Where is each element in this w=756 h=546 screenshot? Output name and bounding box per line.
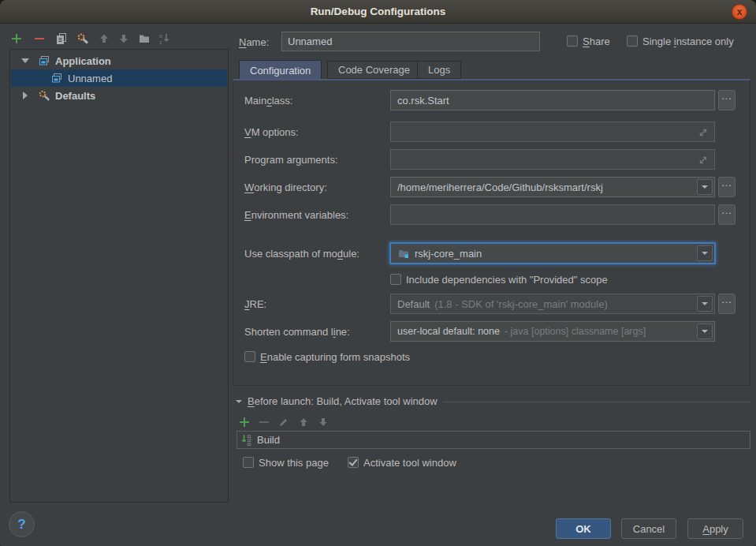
move-up-button[interactable] (97, 32, 111, 46)
edit-defaults-button[interactable] (76, 32, 90, 46)
before-launch-remove-button[interactable] (257, 415, 271, 429)
cancel-button[interactable]: Cancel (621, 518, 676, 539)
svg-text:01: 01 (248, 443, 252, 446)
section-collapse-icon[interactable] (236, 400, 242, 403)
apply-button[interactable]: Apply (687, 518, 743, 539)
dropdown-button[interactable] (697, 179, 713, 195)
tree-item-unnamed[interactable]: Unnamed (11, 69, 227, 87)
name-label: Name: (239, 32, 269, 52)
tab-logs[interactable]: Logs (417, 61, 461, 79)
titlebar[interactable]: Run/Debug Configurations x (0, 0, 756, 24)
use-classpath-value: rskj-core_main (415, 248, 482, 260)
sort-configurations-button[interactable]: a z (157, 32, 171, 46)
cancel-button-label: Cancel (633, 523, 665, 535)
working-directory-value: /home/meriherrera/Code/Github/rsksmart/r… (397, 181, 603, 193)
dropdown-button[interactable] (697, 296, 713, 312)
program-arguments-field[interactable] (390, 149, 715, 170)
single-instance-checkbox[interactable] (627, 36, 638, 47)
help-button[interactable]: ? (9, 511, 35, 537)
before-launch-item-build[interactable]: 01 10 01 Build (236, 431, 750, 449)
working-directory-label: Working directory: (244, 177, 327, 197)
ok-button-label: OK (575, 523, 591, 535)
tree-item-application[interactable]: Application (11, 52, 227, 69)
help-icon: ? (17, 517, 25, 533)
working-directory-browse-button[interactable]: ... (718, 177, 736, 197)
apply-button-label: Apply (702, 523, 728, 535)
ok-button[interactable]: OK (556, 518, 611, 539)
include-provided-checkbox[interactable] (390, 274, 401, 285)
vm-options-label: VM options: (244, 122, 299, 142)
close-button[interactable]: x (732, 4, 747, 20)
main-class-field[interactable]: co.rsk.Start (390, 90, 715, 110)
shorten-command-line-combo[interactable]: user-local default: none - java [options… (390, 321, 715, 342)
svg-text:a: a (159, 33, 162, 39)
move-down-button[interactable] (117, 32, 131, 46)
remove-configuration-button[interactable] (32, 32, 47, 46)
before-launch-move-up-button[interactable] (296, 415, 311, 429)
ellipsis-icon: ... (721, 178, 732, 189)
chevron-down-icon (702, 330, 708, 333)
arrow-down-icon (318, 417, 329, 428)
build-icon: 01 10 01 (241, 434, 253, 446)
share-checkbox[interactable] (567, 36, 578, 47)
defaults-wrench-icon (38, 89, 50, 102)
shorten-value-detail: - java [options] classname [args] (505, 326, 646, 337)
svg-text:z: z (159, 39, 162, 45)
show-this-page-checkbox[interactable] (243, 457, 254, 468)
ellipsis-icon: ... (721, 91, 732, 102)
main-class-browse-button[interactable]: ... (718, 90, 736, 110)
chevron-down-icon (702, 185, 708, 189)
minus-icon (259, 417, 270, 428)
expand-field-icon[interactable] (697, 154, 709, 169)
tree-item-label: Defaults (55, 90, 95, 102)
name-input[interactable] (281, 32, 540, 51)
arrow-up-icon (298, 417, 309, 428)
copy-configuration-button[interactable] (54, 32, 69, 46)
collapsed-arrow-icon[interactable] (23, 92, 28, 99)
tab-code-coverage[interactable]: Code Coverage (327, 61, 421, 79)
application-icon (38, 54, 50, 67)
arrow-down-icon (117, 32, 130, 45)
dropdown-button[interactable] (697, 245, 713, 261)
before-launch-move-down-button[interactable] (316, 415, 330, 429)
create-folder-button[interactable] (137, 32, 151, 46)
close-icon: x (737, 7, 743, 17)
share-label: Share (583, 36, 610, 48)
jre-browse-button[interactable]: ... (718, 294, 736, 314)
main-class-value: co.rsk.Start (397, 95, 449, 107)
run-debug-configurations-dialog: Run/Debug Configurations x a (0, 0, 756, 546)
activate-tool-window-label: Activate tool window (363, 457, 456, 469)
module-icon (397, 247, 410, 260)
plus-icon (239, 417, 250, 428)
activate-tool-window-checkbox[interactable] (348, 457, 359, 468)
use-classpath-label: Use classpath of module: (244, 243, 359, 264)
tab-label: Configuration (250, 65, 311, 77)
enable-snapshots-checkbox[interactable] (244, 351, 255, 362)
expanded-arrow-icon[interactable] (21, 58, 29, 63)
working-directory-combo[interactable]: /home/meriherrera/Code/Github/rsksmart/r… (390, 177, 715, 197)
ellipsis-icon: ... (721, 294, 732, 305)
jre-combo[interactable]: Default (1.8 - SDK of 'rskj-core_main' m… (390, 294, 715, 314)
jre-value: Default (397, 298, 430, 310)
dialog-title: Run/Debug Configurations (311, 6, 446, 17)
include-provided-label: Include dependencies with "Provided" sco… (406, 274, 608, 286)
tab-label: Code Coverage (338, 64, 410, 76)
before-launch-add-button[interactable] (237, 415, 251, 429)
checkmark-icon (348, 457, 357, 466)
use-classpath-combo[interactable]: rskj-core_main (389, 242, 716, 264)
environment-variables-field[interactable] (390, 204, 715, 225)
enable-snapshots-label: Enable capturing form snapshots (260, 351, 410, 364)
vm-options-field[interactable] (390, 122, 715, 142)
before-launch-edit-button[interactable] (277, 415, 291, 429)
tab-configuration[interactable]: Configuration (239, 60, 322, 80)
configurations-tree: Application Unnamed Defaults (9, 49, 229, 503)
jre-value-detail: (1.8 - SDK of 'rskj-core_main' module) (434, 298, 608, 310)
program-arguments-label: Program arguments: (244, 149, 338, 170)
environment-variables-browse-button[interactable]: ... (718, 204, 736, 225)
tree-item-defaults[interactable]: Defaults (11, 87, 227, 104)
expand-field-icon[interactable] (697, 126, 709, 141)
before-launch-section-header[interactable]: Before launch: Build, Activate tool wind… (236, 395, 750, 407)
dropdown-button[interactable] (697, 323, 713, 339)
add-configuration-button[interactable] (9, 32, 24, 46)
shorten-command-line-label: Shorten command line: (244, 321, 350, 342)
